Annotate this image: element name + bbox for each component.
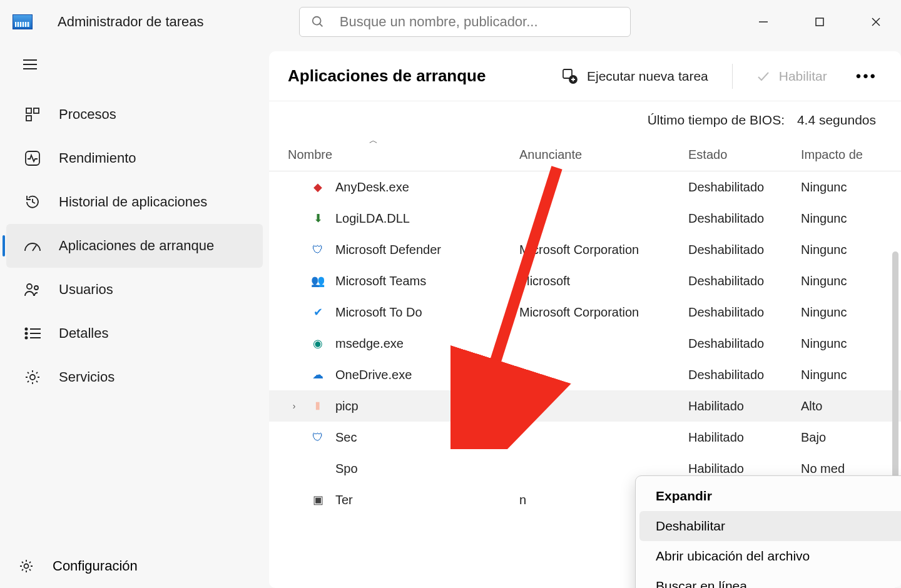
users-icon	[24, 281, 41, 298]
table-header: ︿ Nombre Anunciante Estado Impacto de	[269, 134, 901, 171]
svg-rect-3	[816, 18, 823, 26]
sidebar-item-label: Historial de aplicaciones	[59, 194, 207, 210]
row-publisher: Microsoft Corporation	[519, 243, 688, 257]
app-row-icon: 🛡	[310, 430, 325, 445]
svg-point-18	[26, 333, 28, 335]
more-button[interactable]: •••	[851, 68, 882, 85]
column-impact[interactable]: Impacto de	[801, 148, 901, 162]
row-name: OneDrive.exe	[335, 368, 412, 382]
row-status: Habilitado	[688, 399, 801, 413]
settings-icon	[18, 557, 35, 575]
svg-rect-10	[34, 108, 39, 113]
app-row-icon	[310, 461, 325, 476]
svg-point-0	[313, 17, 321, 25]
gear-icon	[24, 368, 41, 386]
table-row[interactable]: 👥Microsoft TeamsMicrosoftDeshabilitadoNi…	[269, 265, 901, 297]
column-status[interactable]: Estado	[688, 148, 801, 162]
sidebar-item-servicios[interactable]: Servicios	[6, 355, 263, 399]
table-body: ◆AnyDesk.exeDeshabilitadoNingunc⬇LogiLDA…	[269, 171, 901, 515]
row-publisher: Microsoft Corporation	[519, 305, 688, 320]
search-placeholder: Busque un nombre, publicador...	[340, 14, 538, 30]
run-new-task-button[interactable]: Ejecutar nueva tarea	[557, 64, 713, 88]
row-name: Microsoft To Do	[335, 305, 422, 320]
row-impact: Bajo	[801, 430, 901, 445]
table-row[interactable]: ⬇LogiLDA.DLLDeshabilitadoNingunc	[269, 203, 901, 234]
row-name: Spo	[335, 462, 358, 476]
toolbar: Ejecutar nueva tarea Habilitar •••	[557, 64, 882, 89]
row-impact: No med	[801, 462, 901, 476]
bios-value: 4.4 segundos	[797, 113, 876, 127]
app-row-icon: 🛡	[310, 242, 325, 257]
app-row-icon: ⦀	[310, 398, 325, 413]
main-panel: Aplicaciones de arranque Ejecutar nueva …	[269, 51, 901, 588]
context-menu-item[interactable]: Expandir	[639, 481, 901, 511]
run-task-label: Ejecutar nueva tarea	[587, 69, 708, 84]
svg-point-16	[26, 328, 28, 330]
sidebar-item-historial[interactable]: Historial de aplicaciones	[6, 180, 263, 224]
row-publisher: Microsoft	[519, 274, 688, 288]
context-menu-item[interactable]: Abrir ubicación del archivo	[639, 541, 901, 571]
app-row-icon: ✔	[310, 305, 325, 320]
search-box[interactable]: Busque un nombre, publicador...	[299, 7, 631, 37]
row-name: picp	[335, 399, 359, 413]
enable-label: Habilitar	[779, 69, 827, 84]
row-status: Habilitado	[688, 462, 801, 476]
close-button[interactable]	[863, 9, 888, 34]
svg-line-1	[320, 24, 323, 27]
hamburger-button[interactable]	[11, 49, 49, 80]
table-row[interactable]: ›⦀picpHabilitadoAlto	[269, 390, 901, 422]
row-impact: Ningunc	[801, 180, 901, 195]
row-name: Microsoft Defender	[335, 243, 441, 257]
sidebar-item-usuarios[interactable]: Usuarios	[6, 268, 263, 312]
maximize-button[interactable]	[807, 9, 832, 34]
minimize-button[interactable]	[751, 9, 776, 34]
expander-icon[interactable]: ›	[288, 401, 300, 411]
app-row-icon: 👥	[310, 273, 325, 288]
row-impact: Ningunc	[801, 243, 901, 257]
sidebar-item-procesos[interactable]: Procesos	[6, 93, 263, 136]
sidebar-item-label: Aplicaciones de arranque	[59, 238, 214, 254]
row-status: Deshabilitado	[688, 337, 801, 351]
gauge-icon	[24, 237, 41, 255]
bios-time: Último tiempo de BIOS: 4.4 segundos	[269, 101, 901, 134]
window-controls	[751, 9, 888, 34]
sidebar-item-label: Servicios	[59, 369, 115, 385]
app-row-icon: ◆	[310, 180, 325, 195]
run-task-icon	[562, 68, 578, 84]
row-status: Deshabilitado	[688, 211, 801, 226]
row-name: Ter	[335, 493, 353, 507]
sidebar-item-rendimiento[interactable]: Rendimiento	[6, 136, 263, 180]
sidebar-item-label: Procesos	[59, 106, 116, 123]
app-icon	[13, 14, 33, 29]
enable-button[interactable]: Habilitar	[751, 65, 832, 88]
table-row[interactable]: ◆AnyDesk.exeDeshabilitadoNingunc	[269, 171, 901, 203]
row-name: Sec	[335, 430, 357, 445]
table-row[interactable]: ☁OneDrive.exeDeshabilitadoNingunc	[269, 359, 901, 390]
row-status: Habilitado	[688, 430, 801, 445]
svg-rect-11	[26, 116, 31, 121]
svg-rect-9	[26, 108, 31, 113]
startup-table: ︿ Nombre Anunciante Estado Impacto de ◆A…	[269, 134, 901, 515]
list-icon	[24, 325, 41, 342]
context-menu-item[interactable]: Buscar en línea	[639, 571, 901, 588]
sidebar-settings[interactable]: Configuración	[0, 544, 269, 588]
sidebar-item-arranque[interactable]: Aplicaciones de arranque	[6, 224, 263, 268]
grid-icon	[24, 106, 41, 123]
table-row[interactable]: ✔Microsoft To DoMicrosoft CorporationDes…	[269, 297, 901, 328]
context-menu: ExpandirDeshabilitarAbrir ubicación del …	[635, 475, 901, 588]
table-row[interactable]: 🛡SecHabilitadoBajo	[269, 422, 901, 453]
column-name[interactable]: ︿ Nombre	[288, 135, 519, 162]
search-icon	[311, 15, 325, 29]
sidebar-item-label: Detalles	[59, 325, 108, 342]
row-status: Deshabilitado	[688, 180, 801, 195]
table-row[interactable]: 🛡Microsoft DefenderMicrosoft Corporation…	[269, 234, 901, 265]
row-impact: Ningunc	[801, 305, 901, 320]
pulse-icon	[24, 150, 41, 167]
column-publisher[interactable]: Anunciante	[519, 148, 688, 162]
table-row[interactable]: ◉msedge.exeDeshabilitadoNingunc	[269, 328, 901, 359]
app-row-icon: ◉	[310, 336, 325, 351]
sidebar-item-detalles[interactable]: Detalles	[6, 312, 263, 355]
check-icon	[756, 69, 770, 83]
app-row-icon: ▣	[310, 492, 325, 507]
context-menu-item[interactable]: Deshabilitar	[639, 511, 901, 541]
